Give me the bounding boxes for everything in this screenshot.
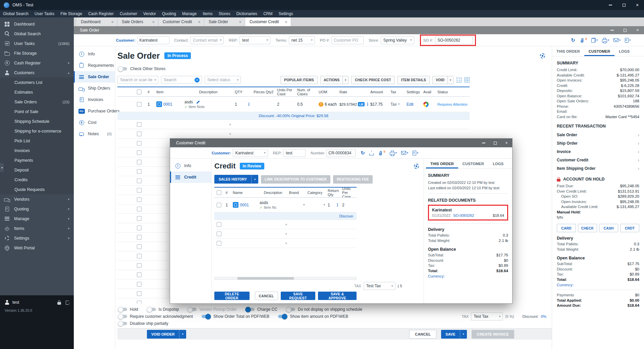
chevron-down-icon[interactable]: ▾: [342, 76, 348, 84]
pay-check-button[interactable]: CHECK: [578, 224, 597, 232]
sidebar-item-invoices[interactable]: Invoices: [0, 146, 74, 155]
row-checkbox[interactable]: [137, 207, 142, 211]
tab-close-icon[interactable]: ×: [152, 19, 155, 24]
tab-customer-credit[interactable]: Customer Credit×: [245, 17, 291, 26]
mail-icon[interactable]: ▾: [613, 38, 621, 42]
nav-item-requirements[interactable]: Requirements: [74, 60, 115, 71]
credit-panel-tab-logs[interactable]: LOGS: [488, 159, 508, 168]
qty-value[interactable]: 1: [235, 102, 237, 107]
row-checkbox[interactable]: [137, 169, 142, 174]
column-header-pieces-qty2[interactable]: Pieces Qty2: [252, 87, 276, 96]
column-header-category[interactable]: Category: [306, 188, 327, 197]
order-panel-tab-this-order[interactable]: THIS ORDER: [552, 46, 584, 56]
toggle-is-dropship[interactable]: Is Dropship: [147, 307, 179, 312]
rep-select[interactable]: test▾: [239, 36, 270, 44]
column-header-uom[interactable]: UOM: [317, 87, 338, 96]
column-header-item[interactable]: Item: [155, 87, 183, 96]
availability-icon[interactable]: [423, 102, 429, 107]
column-header-num-of-cases[interactable]: Num. of Cases: [296, 87, 317, 96]
chevron-down-icon[interactable]: ▾: [251, 175, 258, 184]
refresh-icon[interactable]: ↻: [361, 150, 365, 155]
column-header-status[interactable]: Status: [436, 87, 470, 96]
column-header-brand[interactable]: Brand: [288, 188, 306, 197]
attachment-icon[interactable]: 0: [378, 151, 385, 155]
download-icon[interactable]: [369, 150, 374, 155]
credit-panel-tab-customer[interactable]: CUSTOMER: [458, 159, 488, 168]
column-header-num[interactable]: #: [146, 87, 155, 96]
window-minimize-button[interactable]: [606, 26, 619, 34]
sidebar-item-items[interactable]: Items▾: [0, 223, 74, 233]
column-header-units-per-case[interactable]: Units Per Case: [341, 188, 357, 197]
row-checkbox[interactable]: [137, 132, 142, 136]
sidebar-item-quoting[interactable]: Quoting▾: [0, 204, 74, 214]
rate-menu-icon[interactable]: ⋮: [366, 102, 369, 106]
sidebar-item-estimates[interactable]: Estimates: [0, 87, 74, 97]
clear-search-icon[interactable]: ×: [195, 78, 200, 83]
chevron-down-icon[interactable]: ▾: [460, 330, 467, 339]
row-checkbox[interactable]: [137, 122, 142, 127]
rate-value[interactable]: $29.57942: [339, 102, 357, 106]
order-item-row[interactable]: 1 0001 asds ✓Item Note 1⋮ 2 0.5 !6 each …: [117, 97, 470, 112]
item-details-button[interactable]: ITEM DETAILS: [397, 76, 430, 84]
sidebar-item-sale-orders[interactable]: Sale Orders(23): [0, 97, 74, 107]
check-price-cost-button[interactable]: CHECK PRICE COST: [351, 76, 395, 84]
copy-icon[interactable]: ▾: [591, 38, 598, 43]
sidebar-item-shipping-schedule[interactable]: Shipping Schedule: [0, 116, 74, 126]
toggle-knob[interactable]: [118, 67, 127, 70]
sales-history-button[interactable]: SALES HISTORY▾: [214, 175, 258, 184]
recent-customer-credit[interactable]: Customer Credit›: [557, 156, 639, 164]
chevron-down-icon[interactable]: ▾: [229, 132, 231, 136]
toggle-knob[interactable]: [278, 315, 287, 318]
tab-close-icon[interactable]: ×: [198, 19, 201, 24]
sidebar-item-dashboard[interactable]: Dashboard: [0, 19, 74, 29]
sidebar-item-deposit[interactable]: Deposit: [0, 165, 74, 175]
qty-menu-icon[interactable]: ⋮: [335, 203, 339, 207]
sidebar-item-payments[interactable]: Payments: [0, 155, 74, 165]
nav-item-purchase-orders[interactable]: POPurchase Orders: [74, 105, 115, 117]
save-request-button[interactable]: SAVE REQUEST: [281, 292, 316, 300]
sidebar-item-file-storage[interactable]: File Storage: [0, 48, 74, 58]
recent-ship-order[interactable]: Ship Order›: [557, 139, 639, 147]
nav-item-ship-orders[interactable]: Ship Orders: [74, 83, 115, 94]
sidebar-item-customers-list[interactable]: Customers List: [0, 78, 74, 87]
row-checkbox[interactable]: [137, 254, 142, 258]
modal-close-button[interactable]: ×: [501, 139, 512, 147]
nav-item-invoices[interactable]: Invoices: [74, 94, 115, 105]
discount-value[interactable]: 0%: [541, 314, 546, 318]
qty-menu-icon[interactable]: ⋮: [247, 102, 251, 106]
column-header-settings[interactable]: Settings: [405, 87, 422, 96]
column-header-units-per-case[interactable]: Units Per Case: [276, 87, 296, 96]
menu-global-search[interactable]: Global Search: [0, 11, 32, 16]
item-note[interactable]: Item Nc: [264, 205, 276, 209]
row-checkbox[interactable]: [137, 188, 142, 193]
nav-item-info[interactable]: iInfo: [74, 48, 115, 60]
recent-sale-order[interactable]: Sale Order›: [557, 131, 639, 139]
restocking-fee-button[interactable]: RESTOCKING FEE: [333, 175, 373, 184]
menu-user-tasks[interactable]: User Tasks: [32, 11, 57, 16]
toggle-hold[interactable]: Hold: [118, 307, 138, 312]
related-document-card[interactable]: Karinatest 01/31/2022 SO-0050262 $18.64: [428, 205, 508, 220]
edit-settings-link[interactable]: Edit: [407, 102, 414, 107]
row-checkbox[interactable]: [137, 272, 142, 277]
scan-item-select[interactable]: Search or scan item▾: [117, 76, 158, 84]
modal-minimize-button[interactable]: [478, 139, 489, 147]
toggle-knob[interactable]: [118, 315, 127, 318]
credit-customer-select[interactable]: Karinatest▾: [233, 149, 268, 157]
so-number-input[interactable]: [435, 36, 473, 44]
credit-number-input[interactable]: [326, 149, 356, 157]
toggle-vendor-pickup-order[interactable]: Vendor Pickup Order: [187, 307, 236, 312]
column-header-avail[interactable]: Avail: [422, 87, 436, 96]
pay-cash-button[interactable]: CASH: [599, 224, 618, 232]
row-checkbox[interactable]: [217, 203, 221, 207]
uom-value[interactable]: 6 each: [325, 102, 337, 107]
row-checkbox[interactable]: [217, 241, 221, 246]
delete-order-button[interactable]: DELETE ORDER: [214, 292, 250, 300]
toggle-knob[interactable]: [147, 308, 156, 311]
tab-sale-orders[interactable]: Sale Orders×: [117, 17, 158, 26]
toggle-knob[interactable]: [246, 308, 255, 311]
row-status[interactable]: Requires Attention: [437, 102, 468, 106]
modal-maximize-button[interactable]: [489, 139, 501, 147]
row-checkbox[interactable]: [137, 244, 142, 249]
window-close-button[interactable]: ×: [631, 26, 644, 34]
item-note[interactable]: Item Note: [189, 105, 205, 109]
